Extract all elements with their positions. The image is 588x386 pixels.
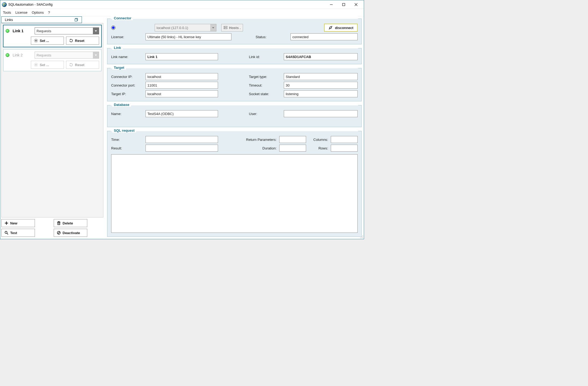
link-card-1[interactable]: Link 1 Requests S	[3, 25, 101, 47]
duration-field[interactable]	[279, 145, 306, 152]
sql-body-textarea[interactable]	[111, 154, 358, 233]
left-panel: Links Link 1 Requests	[1, 16, 103, 237]
tab-links[interactable]: Links	[1, 16, 82, 23]
svg-marker-6	[95, 30, 97, 32]
hosts-button[interactable]: Hosts .	[221, 24, 243, 31]
set-button: Set ...	[31, 61, 64, 69]
plus-icon	[4, 221, 9, 225]
reset-button[interactable]: Reset	[66, 37, 99, 45]
link-name-label: Link name:	[111, 55, 143, 59]
svg-point-42	[224, 27, 225, 27]
svg-point-43	[224, 28, 225, 29]
sql-legend: SQL request	[112, 128, 136, 133]
right-panel: Connector localhost (127.0.0.1)	[107, 16, 362, 237]
set-label: Set ...	[40, 63, 49, 67]
target-type-field[interactable]	[284, 73, 358, 80]
columns-label: Columns:	[309, 138, 328, 142]
db-user-field[interactable]	[284, 110, 358, 117]
app-icon	[2, 2, 7, 7]
target-section: Target Connector IP: Target type: Connec…	[107, 68, 362, 101]
new-button[interactable]: New	[1, 219, 35, 227]
svg-point-46	[361, 237, 362, 237]
svg-point-45	[362, 235, 363, 236]
disconnect-label: disconnect	[335, 26, 353, 30]
database-section: Database Name: User:	[107, 105, 362, 127]
link-id-field[interactable]	[284, 53, 358, 60]
duration-label: Duration:	[239, 146, 277, 150]
socket-state-field[interactable]	[284, 90, 358, 97]
maximize-button[interactable]	[337, 0, 350, 9]
target-ip-field[interactable]	[146, 90, 218, 97]
svg-rect-5	[75, 19, 77, 21]
host-select[interactable]: localhost (127.0.0.1)	[155, 24, 216, 31]
columns-field[interactable]	[331, 136, 358, 143]
time-field[interactable]	[146, 136, 218, 143]
svg-point-30	[5, 231, 7, 234]
svg-line-26	[37, 63, 37, 64]
return-params-field[interactable]	[279, 136, 306, 143]
window-title: SQL4automation - S4AConfig	[8, 3, 325, 6]
test-label: Test	[10, 231, 17, 235]
block-icon	[57, 231, 61, 235]
license-field[interactable]	[146, 33, 231, 40]
trash-icon	[57, 221, 61, 225]
link-mode-value: Requests	[37, 53, 51, 57]
link-id-label: Link id:	[249, 55, 281, 59]
db-name-field[interactable]	[146, 110, 218, 117]
svg-line-15	[37, 39, 37, 40]
server-icon	[224, 26, 227, 30]
deactivate-button[interactable]: Deactivate	[54, 229, 87, 237]
svg-point-48	[360, 238, 361, 238]
link-name-field[interactable]	[146, 53, 218, 60]
test-button[interactable]: Test	[1, 229, 35, 237]
db-name-label: Name:	[111, 112, 143, 116]
minimize-button[interactable]	[325, 0, 337, 9]
link-name-label: Link 1	[13, 29, 31, 33]
return-params-label: Return Parameters:	[239, 138, 277, 142]
close-button[interactable]	[350, 0, 362, 9]
menu-tools[interactable]: Tools	[3, 10, 11, 15]
timeout-label: Timeout:	[249, 83, 281, 87]
timeout-field[interactable]	[284, 82, 358, 89]
status-dot-icon	[6, 29, 9, 33]
reset-icon	[69, 38, 73, 43]
chevron-down-icon	[93, 52, 99, 58]
connector-ip-field[interactable]	[146, 73, 218, 80]
delete-button[interactable]: Delete	[54, 219, 87, 227]
link-row: Link 1 Requests	[6, 27, 99, 34]
resize-grip-icon[interactable]	[360, 235, 363, 238]
svg-marker-27	[70, 63, 71, 64]
status-dot-icon	[6, 53, 9, 57]
connector-radio[interactable]	[111, 26, 115, 30]
time-label: Time:	[111, 138, 143, 142]
disconnect-button[interactable]: disconnect	[324, 24, 358, 32]
link-card-2[interactable]: Link 2 Requests S	[3, 49, 101, 71]
menu-options[interactable]: Options	[32, 10, 44, 15]
link-name-label: Link 2	[13, 53, 31, 57]
connector-section: Connector localhost (127.0.0.1)	[107, 19, 362, 44]
reset-icon	[69, 63, 73, 67]
link-mode-value: Requests	[37, 29, 51, 33]
database-legend: Database	[112, 103, 131, 107]
copy-icon[interactable]	[75, 18, 78, 22]
result-field[interactable]	[146, 145, 218, 152]
link-mode-select[interactable]: Requests	[35, 27, 99, 34]
menu-license[interactable]: License	[15, 10, 27, 15]
connector-port-field[interactable]	[146, 82, 218, 89]
rows-field[interactable]	[331, 145, 358, 152]
db-user-label: User:	[249, 112, 281, 116]
svg-line-14	[35, 42, 35, 42]
gear-icon	[34, 38, 38, 43]
svg-line-31	[7, 233, 8, 234]
tabstrip: Links	[1, 16, 103, 23]
window-controls	[325, 0, 362, 9]
menu-help[interactable]: ?	[48, 10, 50, 15]
delete-label: Delete	[63, 221, 73, 225]
svg-line-13	[37, 42, 37, 42]
new-label: New	[10, 221, 17, 225]
app-window: SQL4automation - S4AConfig Tools License…	[0, 0, 364, 239]
tab-links-label: Links	[5, 18, 13, 22]
link-section: Link Link name: Link id:	[107, 48, 362, 64]
status-field[interactable]	[291, 33, 358, 40]
set-button[interactable]: Set ...	[31, 37, 64, 45]
